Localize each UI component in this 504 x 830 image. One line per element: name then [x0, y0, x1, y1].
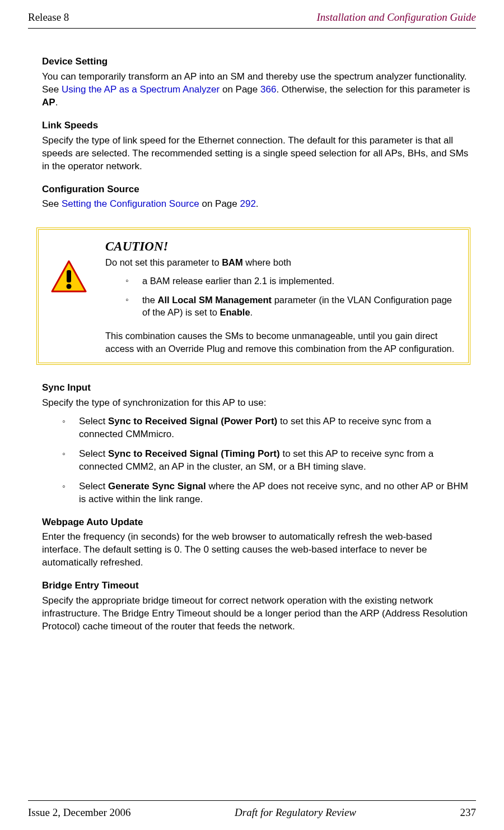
- page-footer: Issue 2, December 2006 Draft for Regulat…: [28, 800, 476, 819]
- heading-webpage-auto: Webpage Auto Update: [42, 516, 470, 529]
- text: . Otherwise, the selection for this para…: [276, 84, 470, 95]
- header-left: Release 8: [28, 11, 69, 24]
- heading-device-setting: Device Setting: [42, 55, 470, 68]
- heading-sync-input: Sync Input: [42, 382, 470, 395]
- para-sync-input-intro: Specify the type of synchronization for …: [42, 397, 470, 410]
- caution-icon-wrap: [48, 238, 90, 293]
- link-page-366[interactable]: 366: [260, 84, 276, 95]
- bold-ap: AP: [42, 97, 55, 108]
- list-item: Select Sync to Received Signal (Power Po…: [62, 415, 470, 441]
- text: See: [42, 198, 62, 209]
- sync-list: Select Sync to Received Signal (Power Po…: [42, 415, 470, 506]
- text: Do not set this parameter to: [105, 257, 222, 267]
- caution-title: CAUTION!: [105, 238, 459, 255]
- link-config-source[interactable]: Setting the Configuration Source: [62, 198, 199, 209]
- bold-power-port: Sync to Received Signal (Power Port): [108, 416, 277, 426]
- svg-point-2: [66, 284, 71, 289]
- header-right: Installation and Configuration Guide: [317, 11, 476, 24]
- text: where both: [243, 257, 291, 267]
- text: .: [256, 198, 259, 209]
- bold-enable: Enable: [220, 307, 250, 317]
- list-item: Select Generate Sync Signal where the AP…: [62, 480, 470, 506]
- main-content: Device Setting You can temporarily trans…: [42, 45, 470, 755]
- text: on Page: [220, 84, 260, 95]
- text: Select: [79, 448, 108, 459]
- heading-bridge-entry: Bridge Entry Timeout: [42, 579, 470, 592]
- para-link-speeds: Specify the type of link speed for the E…: [42, 135, 470, 173]
- caution-intro: Do not set this parameter to BAM where b…: [105, 256, 459, 268]
- caution-outro: This combination causes the SMs to becom…: [105, 330, 459, 355]
- bold-generate-sync: Generate Sync Signal: [108, 481, 206, 491]
- text: the: [142, 295, 158, 305]
- link-page-292[interactable]: 292: [240, 198, 255, 209]
- text: .: [250, 307, 253, 317]
- footer-center: Draft for Regulatory Review: [235, 806, 356, 819]
- para-bridge-entry: Specify the appropriate bridge timeout f…: [42, 595, 470, 633]
- header-rule: [28, 28, 476, 29]
- heading-link-speeds: Link Speeds: [42, 119, 470, 132]
- text: .: [55, 97, 58, 108]
- text: on Page: [199, 198, 240, 209]
- caution-list: a BAM release earlier than 2.1 is implem…: [105, 275, 459, 319]
- caution-box: CAUTION! Do not set this parameter to BA…: [36, 228, 470, 365]
- para-device-setting: You can temporarily transform an AP into…: [42, 71, 470, 109]
- heading-config-source: Configuration Source: [42, 183, 470, 196]
- bold-all-local-sm: All Local SM Management: [158, 295, 272, 305]
- list-item: a BAM release earlier than 2.1 is implem…: [125, 275, 459, 287]
- warning-icon: [51, 260, 87, 293]
- text: Select: [79, 481, 108, 491]
- para-webpage-auto: Enter the frequency (in seconds) for the…: [42, 531, 470, 569]
- footer-right: 237: [460, 806, 477, 819]
- para-config-source: See Setting the Configuration Source on …: [42, 198, 470, 211]
- link-spectrum-analyzer[interactable]: Using the AP as a Spectrum Analyzer: [62, 84, 220, 95]
- caution-body: CAUTION! Do not set this parameter to BA…: [105, 238, 459, 355]
- text: Select: [79, 416, 108, 426]
- bold-timing-port: Sync to Received Signal (Timing Port): [108, 448, 280, 459]
- svg-rect-1: [67, 270, 71, 282]
- list-item: the All Local SM Management parameter (i…: [125, 294, 459, 319]
- bold-bam: BAM: [222, 257, 243, 267]
- page-header: Release 8 Installation and Configuration…: [28, 11, 476, 24]
- list-item: Select Sync to Received Signal (Timing P…: [62, 448, 470, 474]
- footer-left: Issue 2, December 2006: [28, 806, 131, 819]
